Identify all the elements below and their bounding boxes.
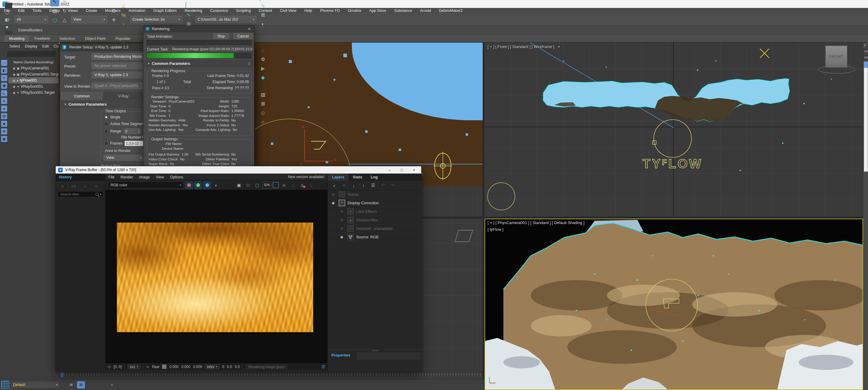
visibility-eye-icon[interactable]: ◉ [13,73,16,76]
history-remove-icon[interactable]: ☒ [91,183,101,190]
object-name-field[interactable]: tyF [864,49,868,54]
history-tab[interactable]: History [56,174,105,181]
menu-item[interactable]: Scripting [232,8,255,13]
toolbar2-icon[interactable]: ● [3,0,11,3]
visibility-eye-icon[interactable]: ◉ [13,79,16,82]
hierarchy-view-icon[interactable]: ⊞ [77,381,85,388]
stereo-icon[interactable]: ◆ [280,181,288,189]
modifier-list-dropdown[interactable]: Mod [864,55,868,60]
clear-image-icon[interactable]: ⊠ [244,181,252,189]
layer-visibility-eye-icon[interactable]: ⊘ [330,192,336,197]
menu-item[interactable]: Edit [14,8,29,13]
filter-spacewarps-icon[interactable]: ≋ [1,98,7,104]
area-to-render-dropdown[interactable]: View▾ [103,155,144,161]
history-search[interactable]: ▾ [58,191,103,197]
scene-row-physcamera001-target[interactable]: ◉ ▣ PhysCamera001.Target [8,71,58,77]
create-selection-set-dropdown[interactable]: Create Selection Se▾ [130,16,182,23]
layer-source-rgb[interactable]: ◉ ● Source: RGB [328,233,422,241]
viewcube-ring[interactable] [818,65,855,74]
separator[interactable] [186,2,186,10]
explorer-menu-item[interactable]: Select [7,44,22,49]
time-output-single[interactable]: Single [104,115,120,119]
target-field[interactable]: Production Rendering Mode [92,53,143,60]
save-image-icon[interactable]: ▣ [235,181,243,189]
selection-filter-dropdown[interactable]: All▾ [14,16,48,23]
filter-lights-icon[interactable]: ☀ [1,75,7,81]
history-set-a-icon[interactable]: ☑ [80,183,90,190]
time-slider-trackbar[interactable] [58,372,483,379]
mono-channel-toggle[interactable]: ◐ [212,181,220,189]
panel-divider[interactable]: ▪▪▪▪▪▪▪ [328,350,422,352]
vfb-menu-item[interactable]: Options [167,175,186,179]
scene-row-physcamera001[interactable]: ◉ ▣ PhysCamera001 [8,65,58,71]
front-viewport-label[interactable]: [ + ] [ Front ] [ Standard ] [ Wireframe… [488,44,561,49]
ribbon-tab[interactable]: Populate [111,35,135,42]
more-chevrons[interactable]: » [111,382,113,387]
explorer-menu-item[interactable]: Display [23,44,39,49]
select-and-move-icon[interactable]: ⊕ [60,0,69,6]
vfb-menu-item[interactable]: Render [118,175,136,179]
angle-snap-icon[interactable]: ∠ [119,2,128,11]
project-folder-dropdown[interactable]: C:\Users\St...ds Max 202▾ [195,16,256,23]
fit-to-window-icon[interactable]: ◻ [273,182,279,188]
new-version-link[interactable]: New version available! [288,175,328,179]
toolbar-icon[interactable]: ♨ [258,46,268,55]
filter-cameras-icon[interactable]: ▣ [1,83,7,89]
vfb-menu-item[interactable]: File [105,175,118,179]
camera-viewport-label[interactable]: [ + ] [ PhysCamera001 ] [ Standard ] [ D… [488,220,584,225]
filter-bones-icon[interactable]: ● [1,106,7,112]
view-to-render-field[interactable]: Quad 4 - PhysCamera001 [92,83,143,89]
select-by-name-icon[interactable]: ▤ [50,6,59,16]
menu-item[interactable]: Civil View [276,8,300,13]
time-slider-marker[interactable] [61,373,63,377]
menu-item[interactable]: Ornatrix [344,8,365,13]
toolbar-icon[interactable]: ⚙ [258,55,268,64]
layer-visibility-eye-icon[interactable]: ⊘ [339,218,345,222]
green-channel-toggle[interactable] [194,181,202,189]
progress-list-icon[interactable]: ☰ [321,364,325,369]
active-layer-dropdown[interactable]: Default▾ [11,381,60,388]
region-render-icon[interactable]: ▢ [253,181,261,189]
hsv-dropdown[interactable]: HSV▾ [205,364,219,369]
stop-render-icon[interactable]: ♨ [307,181,315,189]
close-icon[interactable]: × [409,168,419,172]
radio-frames[interactable] [104,141,108,146]
history-search-input[interactable] [60,192,94,197]
ribbon-tab[interactable]: Modeling [4,35,30,42]
explorer-column-header[interactable]: Name (Sorted Ascending) [8,60,58,65]
toolbar-icon[interactable]: ▨ [258,90,268,99]
vfb-titlebar[interactable]: V V-Ray Frame Buffer - [50.0% of 1280 x … [56,166,421,174]
filter-helpers-icon[interactable]: ◺ [1,90,7,96]
viewport-splitter-vertical[interactable] [483,42,485,390]
modifier-stack[interactable] [864,61,868,172]
explorer-menu-item[interactable]: Customize [52,44,59,49]
red-channel-toggle[interactable] [185,181,193,189]
modifier-stack-selected-row[interactable] [864,62,868,68]
vfb-menu-item[interactable]: Image [136,175,153,179]
vfb-panel-tab[interactable]: Stats [348,174,366,181]
separator[interactable] [5,3,12,9]
redo-icon[interactable]: ↷ [389,181,397,189]
time-output-active-segment[interactable]: Active Time Segment:0 [104,122,149,126]
toolbar2-icon[interactable]: ◧ [3,16,11,24]
blue-channel-toggle[interactable] [203,181,211,189]
viewcube[interactable]: FRONT [826,46,847,68]
rendering-dialog-titlebar[interactable]: Rendering × [143,26,254,32]
filter-xrefs-icon[interactable]: ⊞ [1,128,7,134]
filter-shapes-icon[interactable]: ◧ [1,67,7,74]
layer-lens-effects[interactable]: ⊘ ✦ Lens Effects [328,207,422,216]
chevron-down-icon[interactable]: ▾ [100,193,101,196]
layer-visibility-eye-icon[interactable]: ⊘ [339,209,345,213]
toolbar-icon[interactable]: ⊠ [258,99,268,109]
render-icon[interactable]: ♨ [298,181,306,189]
filter-groups-icon[interactable]: ▦ [1,136,7,142]
tab-vray[interactable]: V-Ray [102,92,144,100]
window-titlebar[interactable]: 3 Untitled - Autodesk 3ds Max 2022 [0,0,868,8]
viewport-physcamera001[interactable] [485,218,863,390]
use-pivot-center-icon[interactable]: ⊙ [109,6,118,16]
percent-snap-icon[interactable]: % [119,11,128,20]
menu-item[interactable]: Phoenix FD [316,8,344,13]
add-layer-icon[interactable]: + [330,181,338,189]
toolbar-icon[interactable]: ◇ [258,109,268,118]
layer-visibility-eye-icon[interactable]: ◉ [330,201,336,205]
